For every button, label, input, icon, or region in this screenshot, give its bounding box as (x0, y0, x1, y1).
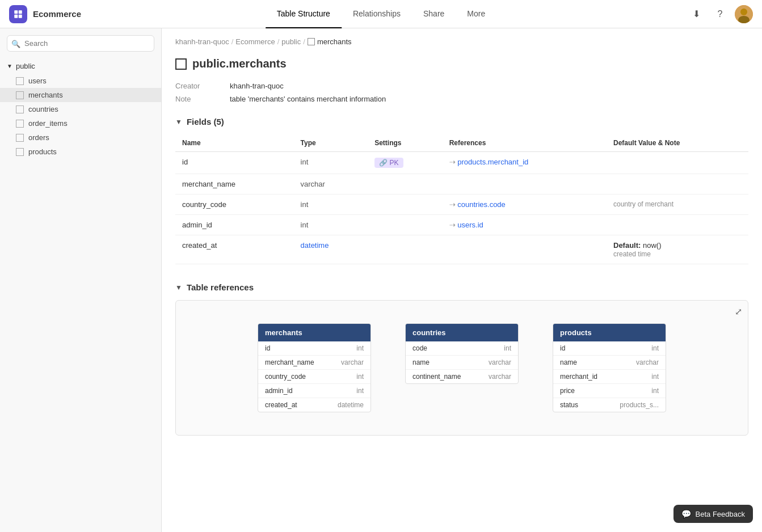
field-name: country_code (175, 195, 294, 215)
field-settings (368, 174, 442, 195)
diagram-merchants-table: merchants id int merchant_name varchar c… (258, 323, 371, 412)
field-type: int (294, 152, 368, 174)
diagram-row: merchant_id int (553, 370, 666, 384)
diagram-row: continent_name varchar (406, 370, 518, 383)
nav-relationships[interactable]: Relationships (342, 0, 412, 28)
field-references: ⇢ products.merchant_id (443, 152, 607, 174)
col-name: Name (175, 134, 294, 152)
note-label: Note (175, 95, 221, 103)
diagram-products-header: products (553, 324, 666, 341)
sidebar-schema-group: ▼ public users merchants countries order… (0, 58, 161, 163)
nav-more[interactable]: More (456, 0, 496, 28)
svg-rect-2 (14, 14, 18, 18)
schema-label: public (16, 62, 35, 70)
breadcrumb-sep-2: / (277, 37, 280, 46)
header: Ecommerce Table Structure Relationships … (0, 0, 762, 28)
table-icon (308, 38, 315, 45)
sidebar-schema-header[interactable]: ▼ public (0, 58, 161, 74)
field-settings (368, 195, 442, 215)
table-icon (16, 77, 24, 85)
diagram-row: id int (553, 341, 666, 356)
diagram-row: id int (258, 341, 371, 356)
diagram-countries-header: countries (406, 324, 518, 341)
sidebar-item-order-items[interactable]: order_items (0, 116, 161, 130)
nav-share[interactable]: Share (412, 0, 456, 28)
beta-feedback-button[interactable]: 💬 Beta Feedback (673, 505, 753, 523)
diagram-row: status products_s... (553, 398, 666, 412)
table-refs-header: ▼ Table references (175, 282, 748, 292)
main-content: khanh-tran-quoc / Ecommerce / public / m… (162, 28, 762, 532)
app-logo (9, 5, 27, 23)
sidebar-item-label: merchants (28, 91, 63, 99)
field-settings (368, 235, 442, 264)
table-icon (16, 120, 24, 128)
field-name: merchant_name (175, 174, 294, 195)
header-nav: Table Structure Relationships Share More (266, 0, 497, 28)
breadcrumb-schema[interactable]: public (281, 37, 301, 46)
field-references (443, 174, 607, 195)
field-default (607, 174, 748, 195)
chevron-icon: ▼ (175, 284, 182, 292)
sidebar-item-label: users (28, 77, 47, 85)
search-input[interactable] (7, 35, 154, 52)
diagram-row: created_at datetime (258, 398, 371, 412)
nav-table-structure[interactable]: Table Structure (266, 0, 342, 28)
page-title-area: public.merchants (175, 57, 748, 70)
chevron-icon: ▼ (175, 118, 182, 126)
table-icon (16, 105, 24, 113)
table-icon (16, 148, 24, 156)
table-icon (16, 134, 24, 142)
sidebar-item-countries[interactable]: countries (0, 102, 161, 116)
table-row: merchant_namevarchar (175, 174, 748, 195)
table-references-section: ▼ Table references ⤢ merchants id int (175, 282, 748, 436)
field-settings: 🔗 PK (368, 152, 442, 174)
diagram-countries-table: countries code int name varchar continen… (405, 323, 519, 384)
field-type: int (294, 215, 368, 235)
table-row: idint🔗 PK⇢ products.merchant_id (175, 152, 748, 174)
breadcrumb-table: merchants (317, 37, 352, 46)
search-icon: 🔍 (11, 39, 20, 48)
header-actions: ⬇ ? (687, 5, 753, 23)
chat-icon: 💬 (681, 509, 691, 518)
breadcrumb-current: merchants (308, 37, 352, 46)
fields-section-header: ▼ Fields (5) (175, 117, 748, 126)
chevron-down-icon: ▼ (7, 63, 12, 69)
diagram-row: code int (406, 341, 518, 356)
sidebar-item-products[interactable]: products (0, 145, 161, 159)
table-row: created_atdatetimeDefault: now()created … (175, 235, 748, 264)
table-row: country_codeint⇢ countries.codecountry o… (175, 195, 748, 215)
table-row: admin_idint⇢ users.id (175, 215, 748, 235)
diagram-area: merchants id int merchant_name varchar c… (187, 312, 736, 424)
col-default: Default Value & Note (607, 134, 748, 152)
field-type: datetime (294, 235, 368, 264)
creator-label: Creator (175, 82, 221, 90)
beta-feedback-label: Beta Feedback (696, 510, 745, 518)
diagram-row: name varchar (553, 356, 666, 370)
field-references: ⇢ countries.code (443, 195, 607, 215)
diagram-row: admin_id int (258, 384, 371, 398)
diagram-row: country_code int (258, 370, 371, 384)
svg-rect-3 (19, 14, 22, 18)
sidebar-item-label: countries (28, 105, 58, 113)
diagram-row: price int (553, 384, 666, 398)
sidebar-item-users[interactable]: users (0, 74, 161, 88)
breadcrumb-app[interactable]: Ecommerce (235, 37, 275, 46)
field-default: country of merchant (607, 195, 748, 215)
table-ref-diagram: ⤢ merchants id int merchant_name varcha (175, 300, 748, 436)
help-button[interactable]: ? (711, 5, 729, 23)
sidebar-item-merchants[interactable]: merchants (0, 88, 161, 102)
breadcrumb-sep-3: / (303, 37, 305, 46)
avatar[interactable] (735, 5, 753, 23)
field-type: varchar (294, 174, 368, 195)
table-refs-title: Table references (187, 282, 254, 292)
sidebar-item-orders[interactable]: orders (0, 130, 161, 145)
field-default (607, 152, 748, 174)
download-button[interactable]: ⬇ (687, 5, 705, 23)
breadcrumb: khanh-tran-quoc / Ecommerce / public / m… (162, 28, 762, 46)
sidebar: 🔍 ▼ public users merchants countries (0, 28, 162, 532)
diagram-products-table: products id int name varchar merchant_id (553, 323, 666, 412)
breadcrumb-user[interactable]: khanh-tran-quoc (175, 37, 229, 46)
body: 🔍 ▼ public users merchants countries (0, 28, 762, 532)
meta-section: Creator khanh-tran-quoc Note table 'merc… (175, 82, 748, 103)
col-settings: Settings (368, 134, 442, 152)
